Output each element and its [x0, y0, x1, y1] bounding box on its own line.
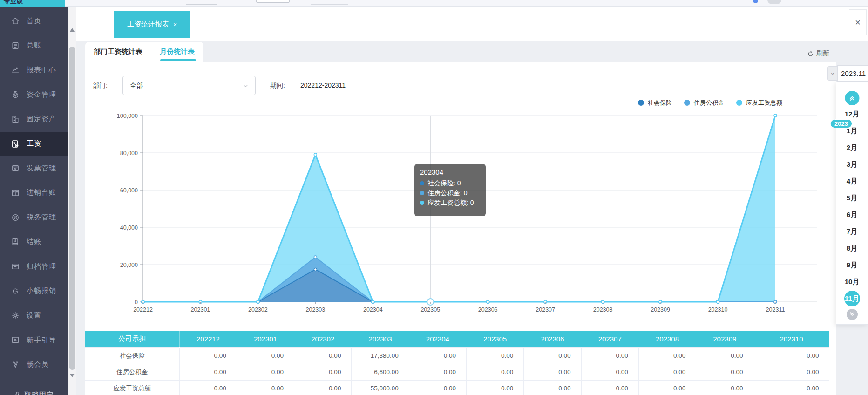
- sidebar-item-label: 小畅报销: [27, 286, 56, 295]
- sidebar-item-guide[interactable]: 新手引导: [0, 328, 68, 352]
- x-axis-label: 202302: [248, 306, 268, 313]
- table-header-cell: 202304: [409, 331, 466, 347]
- dept-select[interactable]: 全部: [122, 76, 256, 95]
- legend-dot: [638, 100, 644, 106]
- sidebar-item-label: 归档管理: [27, 262, 56, 271]
- y-axis-label: 40,000: [120, 225, 138, 231]
- table-header-cell: 202309: [696, 331, 753, 347]
- table-cell: 0.00: [409, 364, 466, 380]
- scrollbar-thumb[interactable]: [69, 47, 75, 370]
- sidebar-item-ledger[interactable]: 总账: [0, 34, 68, 58]
- sidebar-item-archive[interactable]: 归档管理: [0, 254, 68, 279]
- scrollbar-down-arrow[interactable]: [70, 374, 75, 377]
- tab-salary-report-label: 工资统计报表: [127, 20, 169, 29]
- sidebar-item-report-center[interactable]: 报表中心: [0, 58, 68, 82]
- sidebar-item-label: 首页: [27, 17, 41, 26]
- current-period-value: 2023.11: [841, 69, 866, 77]
- month-item-8[interactable]: 7月: [836, 225, 868, 238]
- sidebar-unpin-button[interactable]: 取消固定: [0, 388, 68, 395]
- sidebar-item-closing[interactable]: 结账: [0, 230, 68, 254]
- sidebar-unpin-label: 取消固定: [24, 391, 54, 395]
- collapse-panel-button[interactable]: »: [827, 66, 837, 81]
- sidebar-item-salary[interactable]: 工资: [0, 132, 68, 156]
- row-label-cell: 社会保险: [85, 347, 179, 364]
- sidebar-item-label: 资金管理: [27, 90, 56, 99]
- row-label-cell: 住房公积金: [85, 364, 179, 380]
- tooltip-series-dot: [420, 201, 424, 205]
- table-cell: 0.00: [294, 380, 352, 395]
- x-axis-label: 202309: [651, 306, 670, 313]
- double-chevron-up-icon: [848, 94, 856, 102]
- sidebar-item-home[interactable]: 首页: [0, 9, 68, 33]
- gear-icon: [11, 311, 20, 320]
- table-cell: 0.00: [524, 347, 581, 364]
- legend-label: 住房公积金: [694, 99, 724, 107]
- table-cell: 17,380.00: [352, 347, 409, 364]
- table-cell: 0.00: [179, 380, 237, 395]
- y-axis-label: 0: [135, 299, 138, 306]
- table-header-cell: 202301: [237, 331, 294, 347]
- sidebar-item-funds[interactable]: 资金管理: [0, 82, 68, 107]
- month-item-3[interactable]: 2月: [836, 141, 868, 155]
- tab-dept-salary-table[interactable]: 部门工资统计表: [94, 42, 142, 61]
- table-cell: 0.00: [696, 380, 753, 395]
- months-scroll-down-button[interactable]: [847, 309, 858, 320]
- chart-legend: 社会保险住房公积金应发工资总额: [540, 99, 782, 107]
- scrollbar-up-arrow[interactable]: [70, 28, 75, 32]
- data-point: [314, 153, 317, 156]
- month-item-10[interactable]: 9月: [836, 258, 868, 272]
- month-item-11[interactable]: 10月: [836, 275, 868, 289]
- area-band-series-1: [143, 257, 775, 302]
- table-header-cell: 202307: [581, 331, 638, 347]
- sidebar-item-tax[interactable]: 税务管理: [0, 205, 68, 230]
- refresh-button[interactable]: 刷新: [807, 49, 829, 58]
- month-item-9[interactable]: 8月: [836, 241, 868, 255]
- table-cell: 0.00: [524, 364, 581, 380]
- sidebar-item-fixed-assets[interactable]: 固定资产: [0, 107, 68, 131]
- period-label: 期间:: [270, 82, 285, 90]
- legend-item-1[interactable]: 住房公积金: [684, 99, 724, 107]
- x-axis-label: 202301: [191, 306, 210, 313]
- table-cell: 0.00: [753, 347, 829, 364]
- avatar[interactable]: [767, 0, 781, 4]
- inout-ledger-icon: [11, 188, 20, 198]
- tab-close-icon[interactable]: ×: [173, 21, 177, 28]
- legend-label: 应发工资总额: [746, 99, 782, 107]
- close-all-button[interactable]: ×: [849, 9, 867, 35]
- sidebar-item-invoice[interactable]: 发票管理: [0, 156, 68, 180]
- x-axis-label: 202303: [306, 306, 326, 313]
- pin-icon: [13, 391, 21, 395]
- table-cell: 0.00: [753, 380, 829, 395]
- month-item-4[interactable]: 3月: [836, 157, 868, 171]
- legend-item-0[interactable]: 社会保险: [638, 99, 672, 107]
- legend-dot: [736, 100, 742, 106]
- table-cell: 0.00: [466, 347, 523, 364]
- x-axis-label: 202305: [420, 306, 440, 313]
- month-item-5[interactable]: 4月: [836, 174, 868, 188]
- table-cell: 0.00: [179, 364, 237, 380]
- current-period-box[interactable]: 2023.11: [837, 65, 868, 82]
- months-scroll-up-button[interactable]: [845, 91, 859, 105]
- x-axis-label: 202212: [133, 306, 153, 313]
- sidebar-item-gear[interactable]: 设置: [0, 303, 68, 327]
- legend-item-2[interactable]: 应发工资总额: [736, 99, 782, 107]
- month-item-12[interactable]: 11月: [844, 291, 860, 306]
- sidebar-item-member[interactable]: 畅会员: [0, 353, 68, 377]
- app-screen: 专业版 取消固定 首页总账报表中心资金管理固定资产工资发票管理进销台账税务管理结…: [0, 0, 868, 395]
- toolbar-button-partial[interactable]: [256, 0, 290, 3]
- tab-salary-report[interactable]: 工资统计报表 ×: [114, 11, 190, 38]
- month-item-7[interactable]: 6月: [836, 208, 868, 222]
- tab-month-table[interactable]: 月份统计表: [160, 42, 195, 61]
- invoice-icon: [11, 163, 20, 173]
- data-point: [774, 114, 777, 117]
- sidebar-item-inout-ledger[interactable]: 进销台账: [0, 181, 68, 205]
- row-label-cell: 应发工资总额: [85, 380, 179, 395]
- toolbar-underline: [186, 4, 217, 5]
- salary-table: 公司承担202212202301202302202303202304202305…: [85, 331, 829, 395]
- table-header-cell: 202305: [466, 331, 523, 347]
- active-subtab-underline: [160, 59, 196, 61]
- sidebar-item-label: 报表中心: [27, 66, 56, 75]
- sidebar-item-reimburse[interactable]: 小畅报销: [0, 279, 68, 303]
- table-header-cell: 202303: [352, 331, 409, 347]
- month-item-6[interactable]: 5月: [836, 191, 868, 205]
